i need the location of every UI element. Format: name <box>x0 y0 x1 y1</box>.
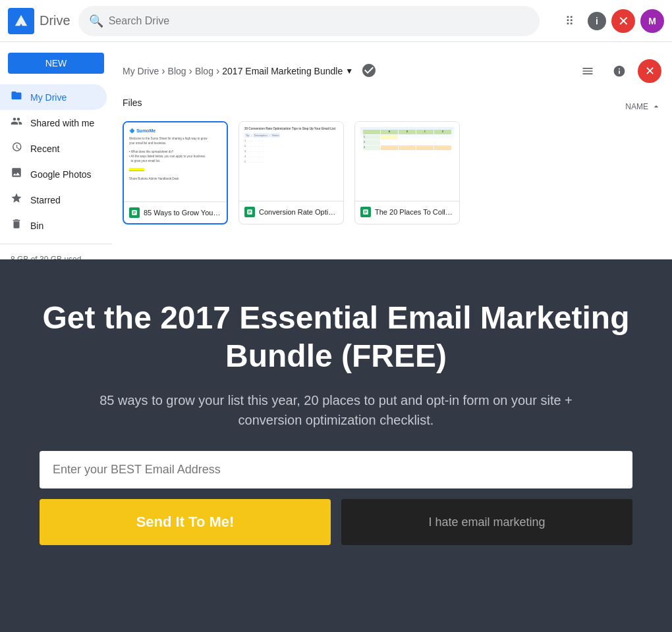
info-icon[interactable]: i <box>588 12 606 30</box>
file-footer-2: The 20 Places To Colle... <box>355 201 459 223</box>
photos-icon <box>11 167 22 182</box>
file-name-0: 85 Ways to Grow Your ... <box>144 209 221 217</box>
send-it-button[interactable]: Send It To Me! <box>40 499 331 545</box>
breadcrumb-actions: ✕ <box>574 58 661 84</box>
breadcrumb-item-my-drive[interactable]: My Drive <box>123 66 159 76</box>
drive-body: NEW My Drive Shared with me <box>0 42 672 259</box>
file-card-1[interactable]: 30 Conversion Rate Optimization Tips to … <box>238 121 344 224</box>
drive-label: Drive <box>40 13 70 28</box>
file-footer-1: Conversion Rate Optim... <box>239 201 343 223</box>
shared-icon <box>11 115 22 130</box>
top-bar: Drive 🔍 ⠿ i ✕ M <box>0 0 672 42</box>
drive-logo: Drive <box>8 8 70 34</box>
sidebar-item-recent[interactable]: Recent <box>0 136 107 161</box>
email-input-wrap[interactable] <box>40 451 632 488</box>
sidebar-item-my-drive[interactable]: My Drive <box>0 84 107 110</box>
sidebar-label-starred: Starred <box>30 195 61 205</box>
sidebar-label-shared: Shared with me <box>30 118 94 128</box>
drive-icon <box>8 8 34 34</box>
sidebar-label-my-drive: My Drive <box>30 92 67 103</box>
breadcrumb-separator-1: › <box>161 65 165 77</box>
starred-icon <box>11 192 22 207</box>
breadcrumb-current[interactable]: 2017 Email Marketing Bundle ▼ <box>222 66 353 76</box>
content-area: My Drive › Blog › Blog › 2017 Email Mark… <box>112 42 672 259</box>
sidebar-label-bin: Bin <box>30 221 43 231</box>
bin-icon <box>11 218 22 233</box>
file-card-0[interactable]: 🔷 SumoMe Welcome to the Sumo Sheet for s… <box>123 121 228 224</box>
sheets-icon-1 <box>244 207 255 217</box>
topbar-actions: ⠿ i ✕ M <box>556 8 664 34</box>
sidebar-item-starred[interactable]: Starred <box>0 187 107 213</box>
breadcrumb-separator-2: › <box>189 65 192 77</box>
file-thumb-2: A B C D 1 2 <box>355 122 459 201</box>
dropdown-icon: ▼ <box>345 66 353 76</box>
file-thumb-content-2: A B C D 1 2 <box>355 122 459 201</box>
file-thumb-1: 30 Conversion Rate Optimization Tips to … <box>239 122 343 201</box>
file-thumb-0: 🔷 SumoMe Welcome to the Sumo Sheet for s… <box>124 122 227 201</box>
sheets-icon-2 <box>360 207 371 217</box>
cta-row: Send It To Me! I hate email marketing <box>40 499 632 545</box>
recent-icon <box>11 141 22 156</box>
file-grid: 🔷 SumoMe Welcome to the Sumo Sheet for s… <box>123 121 661 224</box>
grid-view-icon[interactable]: ⠿ <box>556 8 582 34</box>
new-button[interactable]: NEW <box>8 53 104 74</box>
sidebar-label-recent: Recent <box>30 144 59 154</box>
sheets-icon-0 <box>129 207 140 218</box>
close-drive-icon[interactable]: ✕ <box>638 59 661 83</box>
sidebar-item-photos[interactable]: Google Photos <box>0 161 107 187</box>
close-icon[interactable]: ✕ <box>611 9 635 33</box>
list-view-icon[interactable] <box>574 58 601 84</box>
file-thumb-content-0: 🔷 SumoMe Welcome to the Sumo Sheet for s… <box>124 122 227 201</box>
hate-email-button[interactable]: I hate email marketing <box>341 499 632 545</box>
file-card-2[interactable]: A B C D 1 2 <box>354 121 460 224</box>
email-input[interactable] <box>53 463 619 477</box>
files-header: Files NAME <box>123 97 661 116</box>
sidebar: NEW My Drive Shared with me <box>0 42 112 259</box>
overlay-section: Get the 2017 Essential Email Marketing B… <box>0 259 672 632</box>
file-thumb-content-1: 30 Conversion Rate Optimization Tips to … <box>239 122 343 201</box>
file-footer-0: 85 Ways to Grow Your ... <box>124 201 227 223</box>
name-sort[interactable]: NAME <box>625 101 661 112</box>
avatar[interactable]: M <box>640 9 664 33</box>
breadcrumb-separator-3: › <box>216 65 219 77</box>
search-input[interactable] <box>109 15 529 27</box>
overlay-subtitle: 85 ways to grow your list this year, 20 … <box>89 390 583 430</box>
share-icon[interactable] <box>361 63 377 80</box>
files-label: Files <box>123 97 142 108</box>
file-name-2: The 20 Places To Colle... <box>375 208 454 216</box>
drive-folder-icon <box>11 90 22 105</box>
search-bar[interactable]: 🔍 <box>78 6 540 36</box>
sidebar-label-photos: Google Photos <box>30 169 92 180</box>
info-detail-icon[interactable] <box>606 58 632 84</box>
overlay-title: Get the 2017 Essential Email Marketing B… <box>26 299 646 375</box>
breadcrumb-item-blog1[interactable]: Blog <box>168 66 186 76</box>
breadcrumb: My Drive › Blog › Blog › 2017 Email Mark… <box>123 53 661 90</box>
breadcrumb-item-blog2[interactable]: Blog <box>195 66 213 76</box>
search-icon: 🔍 <box>89 14 103 28</box>
sidebar-item-shared[interactable]: Shared with me <box>0 110 107 136</box>
sidebar-item-bin[interactable]: Bin <box>0 213 107 238</box>
file-name-1: Conversion Rate Optim... <box>259 208 338 216</box>
